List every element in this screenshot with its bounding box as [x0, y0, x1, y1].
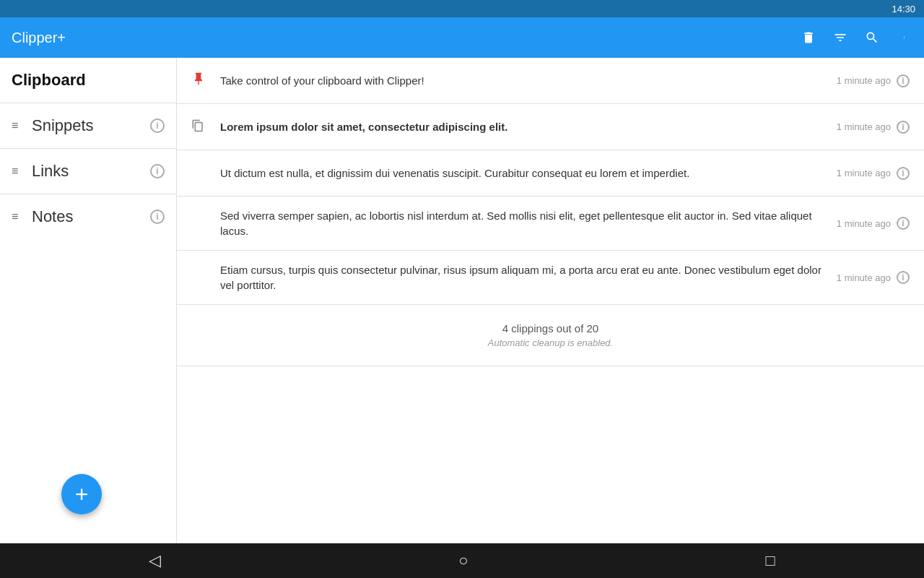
hamburger-icon-links: ≡: [12, 165, 26, 178]
clip-item[interactable]: Take control of your clipboard with Clip…: [177, 58, 924, 104]
status-time: 14:30: [892, 4, 915, 14]
fab-add-button[interactable]: +: [61, 474, 102, 514]
sidebar-item-snippets[interactable]: ≡ Snippets i: [0, 103, 176, 148]
clip-meta-1: 1 minute ago i: [837, 74, 910, 87]
sidebar-item-clipboard[interactable]: Clipboard: [0, 58, 176, 103]
clip-text-5: Etiam cursus, turpis quis consectetur pu…: [220, 262, 825, 293]
sidebar-label-snippets: Snippets: [32, 116, 150, 135]
sidebar-label-notes: Notes: [32, 207, 150, 226]
clip-time-3: 1 minute ago: [837, 168, 891, 178]
main-content: Clipboard ≡ Snippets i ≡ Links i ≡ Notes…: [0, 58, 924, 543]
clip-item[interactable]: Ut dictum est nulla, et dignissim dui ve…: [177, 150, 924, 197]
sidebar-item-notes[interactable]: ≡ Notes i: [0, 194, 176, 239]
app-bar-actions: [800, 29, 912, 46]
clippings-count: 4 clippings out of 20: [194, 322, 907, 335]
hamburger-icon-snippets: ≡: [12, 119, 26, 132]
status-bar: 14:30: [0, 0, 924, 17]
clippings-auto: Automatic cleanup is enabled.: [194, 337, 907, 348]
hamburger-icon-notes: ≡: [12, 210, 26, 223]
clip-info-2[interactable]: i: [897, 121, 910, 134]
clip-time-4: 1 minute ago: [837, 218, 891, 229]
clip-item[interactable]: Sed viverra semper sapien, ac lobortis n…: [177, 197, 924, 251]
clip-item[interactable]: Lorem ipsum dolor sit amet, consectetur …: [177, 104, 924, 150]
back-button[interactable]: ◁: [149, 551, 161, 570]
info-icon-snippets[interactable]: i: [150, 118, 165, 133]
copy-icon: [191, 119, 214, 135]
clip-meta-3: 1 minute ago i: [837, 167, 910, 180]
sidebar-label-links: Links: [32, 162, 150, 181]
sidebar-item-links[interactable]: ≡ Links i: [0, 149, 176, 194]
clip-info-1[interactable]: i: [897, 74, 910, 87]
clip-time-1: 1 minute ago: [837, 75, 891, 86]
nav-bar: ◁ ○ □: [0, 543, 924, 578]
delete-icon[interactable]: [800, 29, 817, 46]
app-title: Clipper+: [12, 30, 800, 46]
clip-meta-2: 1 minute ago i: [837, 121, 910, 134]
clip-item[interactable]: Etiam cursus, turpis quis consectetur pu…: [177, 251, 924, 305]
fab-icon: +: [75, 481, 89, 508]
sidebar: Clipboard ≡ Snippets i ≡ Links i ≡ Notes…: [0, 58, 177, 543]
clip-meta-5: 1 minute ago i: [837, 271, 910, 284]
clippings-footer: 4 clippings out of 20 Automatic cleanup …: [177, 305, 924, 366]
home-button[interactable]: ○: [458, 551, 468, 570]
clip-text-1: Take control of your clipboard with Clip…: [220, 73, 825, 88]
sidebar-label-clipboard: Clipboard: [12, 71, 165, 90]
clip-time-2: 1 minute ago: [837, 121, 891, 132]
clip-text-2: Lorem ipsum dolor sit amet, consectetur …: [220, 119, 825, 134]
info-icon-links[interactable]: i: [150, 164, 165, 178]
more-options-icon[interactable]: [895, 29, 912, 46]
info-icon-notes[interactable]: i: [150, 210, 165, 224]
content-area: Take control of your clipboard with Clip…: [177, 58, 924, 543]
clip-info-3[interactable]: i: [897, 167, 910, 180]
clip-text-3: Ut dictum est nulla, et dignissim dui ve…: [220, 165, 825, 181]
clip-info-4[interactable]: i: [897, 217, 910, 230]
clip-time-5: 1 minute ago: [837, 272, 891, 283]
clip-text-4: Sed viverra semper sapien, ac lobortis n…: [220, 208, 825, 238]
pin-icon: [191, 72, 214, 90]
search-icon[interactable]: [863, 29, 881, 46]
recents-button[interactable]: □: [766, 551, 775, 570]
app-bar: Clipper+: [0, 17, 924, 58]
filter-icon[interactable]: [832, 29, 849, 46]
clip-info-5[interactable]: i: [897, 271, 910, 284]
clip-meta-4: 1 minute ago i: [837, 217, 910, 230]
